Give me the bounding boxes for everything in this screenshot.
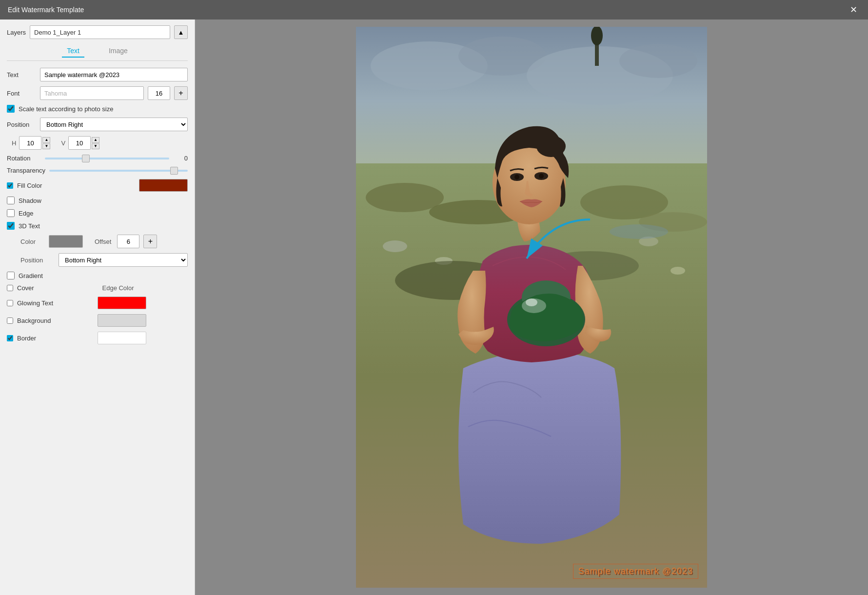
position-row: Position Bottom Right bbox=[7, 118, 188, 131]
position-label: Position bbox=[7, 121, 36, 128]
hv-offset-row: H ▲ ▼ V ▲ ▼ bbox=[7, 136, 188, 150]
3d-offset-label: Offset bbox=[95, 238, 111, 245]
watermark-preview-text: Sample watermark @2023 bbox=[573, 564, 698, 579]
glowing-color-swatch[interactable] bbox=[98, 297, 146, 309]
svg-point-15 bbox=[671, 267, 685, 275]
gradient-label: Gradient bbox=[19, 272, 43, 279]
svg-point-8 bbox=[366, 183, 444, 212]
v-increment-button[interactable]: ▲ bbox=[92, 137, 99, 143]
3d-offset-plus-button[interactable]: + bbox=[143, 235, 157, 248]
font-size-input[interactable] bbox=[148, 86, 170, 100]
plus-icon: + bbox=[178, 89, 183, 98]
rotation-label: Rotation bbox=[7, 155, 41, 162]
glowing-text-checkbox[interactable] bbox=[7, 300, 13, 306]
svg-point-23 bbox=[514, 175, 519, 179]
preview-container: Sample watermark @2023 bbox=[356, 27, 707, 588]
3d-text-label: 3D Text bbox=[19, 222, 40, 230]
h-value-input[interactable] bbox=[19, 136, 41, 150]
scale-checkbox-row: Scale text according to photo size bbox=[7, 105, 188, 113]
text-label: Text bbox=[7, 71, 36, 79]
border-color-right bbox=[98, 332, 188, 344]
glowing-text-label: Glowing Text bbox=[17, 299, 53, 307]
3d-color-swatch[interactable] bbox=[49, 235, 83, 248]
v-value-input[interactable] bbox=[68, 136, 91, 150]
glowing-text-row: Glowing Text bbox=[7, 297, 188, 309]
scale-label: Scale text according to photo size bbox=[19, 105, 113, 113]
3d-position-row: Position Bottom Right bbox=[7, 253, 188, 267]
v-label: V bbox=[61, 139, 65, 147]
svg-point-16 bbox=[610, 224, 668, 239]
rotation-value: 0 bbox=[173, 155, 188, 162]
3d-position-dropdown[interactable]: Bottom Right bbox=[59, 253, 188, 267]
content-area: Layers Demo 1_Layer 1 ▲ Text Image T bbox=[0, 20, 868, 595]
fill-color-swatch[interactable] bbox=[139, 179, 188, 192]
cover-edge-row: Cover Edge Color bbox=[7, 284, 188, 292]
close-button[interactable]: ✕ bbox=[847, 4, 860, 15]
rotation-row: Rotation 0 bbox=[7, 155, 188, 162]
h-spinner: ▲ ▼ bbox=[19, 136, 50, 150]
rotation-track[interactable] bbox=[45, 158, 169, 159]
transparency-label: Transparency bbox=[7, 167, 45, 174]
font-plus-button[interactable]: + bbox=[174, 86, 188, 100]
dialog-title: Edit Watermark Template bbox=[8, 6, 84, 14]
transparency-thumb[interactable] bbox=[170, 167, 178, 175]
layers-dropdown[interactable]: Demo 1_Layer 1 bbox=[30, 25, 170, 39]
h-increment-button[interactable]: ▲ bbox=[42, 137, 50, 143]
tab-text[interactable]: Text bbox=[62, 45, 84, 58]
font-label: Font bbox=[7, 90, 36, 97]
fill-color-checkbox[interactable] bbox=[7, 182, 13, 189]
h-decrement-button[interactable]: ▼ bbox=[42, 143, 50, 149]
3d-text-checkbox[interactable] bbox=[7, 222, 15, 230]
border-row: Border bbox=[7, 332, 188, 344]
text-input[interactable] bbox=[40, 68, 188, 81]
background-row: Background bbox=[7, 314, 188, 327]
3d-color-label: Color bbox=[20, 238, 45, 245]
background-color-right bbox=[98, 314, 188, 327]
gradient-row: Gradient bbox=[7, 272, 188, 279]
transparency-row: Transparency bbox=[7, 167, 188, 174]
fill-color-label: Fill Color bbox=[17, 182, 42, 189]
border-label: Border bbox=[17, 335, 36, 342]
transparency-track[interactable] bbox=[49, 170, 188, 172]
border-checkbox[interactable] bbox=[7, 335, 13, 341]
svg-point-4 bbox=[619, 44, 697, 78]
portrait-svg bbox=[356, 27, 707, 588]
background-label: Background bbox=[17, 317, 51, 324]
background-checkbox[interactable] bbox=[7, 317, 13, 324]
scale-checkbox[interactable] bbox=[7, 105, 15, 113]
layers-value: Demo 1_Layer 1 bbox=[34, 29, 81, 36]
chevron-up-icon: ▲ bbox=[178, 29, 184, 36]
tabs-row: Text Image bbox=[7, 45, 188, 61]
background-left: Background bbox=[7, 317, 98, 324]
3d-text-row: 3D Text bbox=[7, 222, 188, 230]
edge-label: Edge bbox=[19, 210, 33, 217]
h-spin-buttons: ▲ ▼ bbox=[42, 137, 50, 149]
shadow-checkbox[interactable] bbox=[7, 197, 15, 204]
rotation-thumb[interactable] bbox=[82, 155, 90, 162]
layers-chevron-button[interactable]: ▲ bbox=[174, 25, 188, 39]
tab-image[interactable]: Image bbox=[104, 45, 133, 58]
border-left: Border bbox=[7, 335, 98, 342]
layers-row: Layers Demo 1_Layer 1 ▲ bbox=[7, 25, 188, 39]
edge-color-right: Edge Color bbox=[98, 284, 188, 292]
gradient-checkbox[interactable] bbox=[7, 272, 15, 279]
v-spinner: ▲ ▼ bbox=[68, 136, 99, 150]
v-spin-buttons: ▲ ▼ bbox=[92, 137, 99, 149]
background-color-swatch[interactable] bbox=[98, 314, 146, 327]
font-name-input[interactable] bbox=[40, 86, 144, 100]
edge-color-label: Edge Color bbox=[102, 284, 134, 292]
3d-plus-icon: + bbox=[148, 237, 153, 246]
3d-position-label: Position bbox=[20, 257, 45, 264]
edge-checkbox[interactable] bbox=[7, 209, 15, 217]
3d-offset-input[interactable] bbox=[117, 235, 139, 248]
svg-point-24 bbox=[539, 174, 544, 178]
title-bar: Edit Watermark Template ✕ bbox=[0, 0, 868, 20]
h-label: H bbox=[12, 139, 16, 147]
cover-left: Cover bbox=[7, 284, 98, 292]
cover-checkbox[interactable] bbox=[7, 285, 13, 291]
position-dropdown[interactable]: Bottom Right bbox=[40, 118, 188, 131]
svg-point-28 bbox=[526, 298, 537, 306]
v-decrement-button[interactable]: ▼ bbox=[92, 143, 99, 149]
layers-label: Layers bbox=[7, 29, 26, 36]
border-color-swatch[interactable] bbox=[98, 332, 146, 344]
